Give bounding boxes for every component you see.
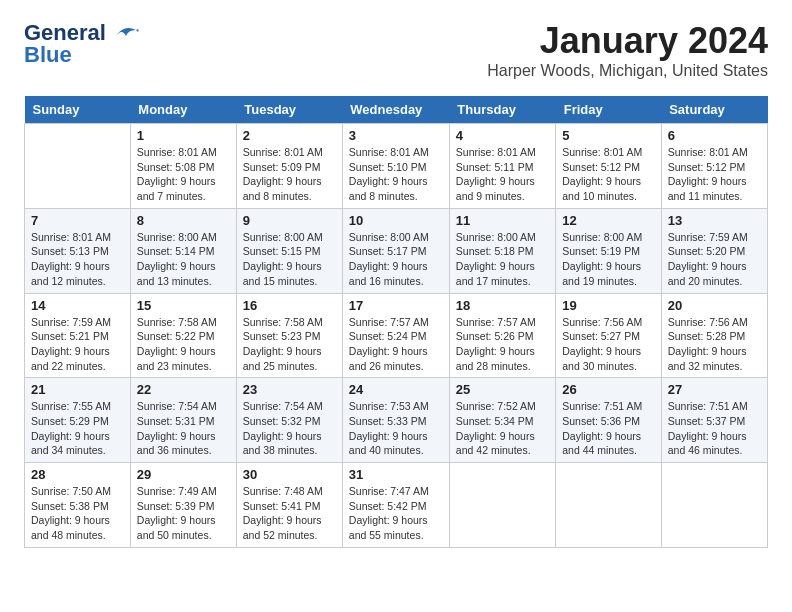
day-number: 9	[243, 213, 336, 228]
day-number: 21	[31, 382, 124, 397]
day-number: 26	[562, 382, 654, 397]
calendar-header-row: SundayMondayTuesdayWednesdayThursdayFrid…	[25, 96, 768, 124]
day-info: Sunrise: 7:51 AM Sunset: 5:36 PM Dayligh…	[562, 399, 654, 458]
calendar-cell: 13Sunrise: 7:59 AM Sunset: 5:20 PM Dayli…	[661, 208, 767, 293]
day-info: Sunrise: 8:01 AM Sunset: 5:12 PM Dayligh…	[562, 145, 654, 204]
calendar-week-3: 14Sunrise: 7:59 AM Sunset: 5:21 PM Dayli…	[25, 293, 768, 378]
day-info: Sunrise: 8:00 AM Sunset: 5:14 PM Dayligh…	[137, 230, 230, 289]
day-info: Sunrise: 7:54 AM Sunset: 5:31 PM Dayligh…	[137, 399, 230, 458]
day-number: 31	[349, 467, 443, 482]
calendar-cell	[25, 124, 131, 209]
day-number: 29	[137, 467, 230, 482]
day-number: 5	[562, 128, 654, 143]
calendar-cell: 16Sunrise: 7:58 AM Sunset: 5:23 PM Dayli…	[236, 293, 342, 378]
day-info: Sunrise: 7:59 AM Sunset: 5:21 PM Dayligh…	[31, 315, 124, 374]
day-number: 2	[243, 128, 336, 143]
weekday-header-monday: Monday	[130, 96, 236, 124]
month-title: January 2024	[487, 20, 768, 62]
day-number: 14	[31, 298, 124, 313]
day-number: 24	[349, 382, 443, 397]
calendar-cell: 11Sunrise: 8:00 AM Sunset: 5:18 PM Dayli…	[449, 208, 555, 293]
day-info: Sunrise: 8:01 AM Sunset: 5:08 PM Dayligh…	[137, 145, 230, 204]
day-number: 13	[668, 213, 761, 228]
calendar-cell: 31Sunrise: 7:47 AM Sunset: 5:42 PM Dayli…	[342, 463, 449, 548]
day-number: 28	[31, 467, 124, 482]
title-area: January 2024 Harper Woods, Michigan, Uni…	[487, 20, 768, 80]
calendar-week-4: 21Sunrise: 7:55 AM Sunset: 5:29 PM Dayli…	[25, 378, 768, 463]
logo: General Blue	[24, 20, 140, 68]
day-info: Sunrise: 7:58 AM Sunset: 5:23 PM Dayligh…	[243, 315, 336, 374]
day-info: Sunrise: 8:00 AM Sunset: 5:15 PM Dayligh…	[243, 230, 336, 289]
day-info: Sunrise: 7:59 AM Sunset: 5:20 PM Dayligh…	[668, 230, 761, 289]
day-number: 11	[456, 213, 549, 228]
calendar-cell: 23Sunrise: 7:54 AM Sunset: 5:32 PM Dayli…	[236, 378, 342, 463]
day-number: 12	[562, 213, 654, 228]
day-info: Sunrise: 7:56 AM Sunset: 5:28 PM Dayligh…	[668, 315, 761, 374]
logo-bird-icon	[108, 22, 140, 44]
calendar-week-2: 7Sunrise: 8:01 AM Sunset: 5:13 PM Daylig…	[25, 208, 768, 293]
day-number: 4	[456, 128, 549, 143]
day-info: Sunrise: 7:47 AM Sunset: 5:42 PM Dayligh…	[349, 484, 443, 543]
day-info: Sunrise: 7:49 AM Sunset: 5:39 PM Dayligh…	[137, 484, 230, 543]
calendar-cell: 1Sunrise: 8:01 AM Sunset: 5:08 PM Daylig…	[130, 124, 236, 209]
day-info: Sunrise: 8:01 AM Sunset: 5:13 PM Dayligh…	[31, 230, 124, 289]
day-number: 17	[349, 298, 443, 313]
weekday-header-friday: Friday	[556, 96, 661, 124]
calendar-cell	[556, 463, 661, 548]
calendar-cell: 25Sunrise: 7:52 AM Sunset: 5:34 PM Dayli…	[449, 378, 555, 463]
calendar-cell: 28Sunrise: 7:50 AM Sunset: 5:38 PM Dayli…	[25, 463, 131, 548]
calendar-cell: 20Sunrise: 7:56 AM Sunset: 5:28 PM Dayli…	[661, 293, 767, 378]
day-info: Sunrise: 7:58 AM Sunset: 5:22 PM Dayligh…	[137, 315, 230, 374]
day-number: 18	[456, 298, 549, 313]
calendar-cell: 17Sunrise: 7:57 AM Sunset: 5:24 PM Dayli…	[342, 293, 449, 378]
weekday-header-sunday: Sunday	[25, 96, 131, 124]
day-number: 25	[456, 382, 549, 397]
day-info: Sunrise: 7:51 AM Sunset: 5:37 PM Dayligh…	[668, 399, 761, 458]
calendar-cell: 6Sunrise: 8:01 AM Sunset: 5:12 PM Daylig…	[661, 124, 767, 209]
day-info: Sunrise: 7:53 AM Sunset: 5:33 PM Dayligh…	[349, 399, 443, 458]
day-info: Sunrise: 7:48 AM Sunset: 5:41 PM Dayligh…	[243, 484, 336, 543]
calendar-cell: 30Sunrise: 7:48 AM Sunset: 5:41 PM Dayli…	[236, 463, 342, 548]
day-info: Sunrise: 7:57 AM Sunset: 5:26 PM Dayligh…	[456, 315, 549, 374]
day-info: Sunrise: 7:50 AM Sunset: 5:38 PM Dayligh…	[31, 484, 124, 543]
day-number: 10	[349, 213, 443, 228]
calendar-cell: 29Sunrise: 7:49 AM Sunset: 5:39 PM Dayli…	[130, 463, 236, 548]
day-number: 20	[668, 298, 761, 313]
calendar-cell	[449, 463, 555, 548]
day-number: 15	[137, 298, 230, 313]
day-info: Sunrise: 8:00 AM Sunset: 5:18 PM Dayligh…	[456, 230, 549, 289]
day-info: Sunrise: 7:52 AM Sunset: 5:34 PM Dayligh…	[456, 399, 549, 458]
calendar-cell: 19Sunrise: 7:56 AM Sunset: 5:27 PM Dayli…	[556, 293, 661, 378]
calendar-cell: 5Sunrise: 8:01 AM Sunset: 5:12 PM Daylig…	[556, 124, 661, 209]
weekday-header-tuesday: Tuesday	[236, 96, 342, 124]
calendar-cell: 2Sunrise: 8:01 AM Sunset: 5:09 PM Daylig…	[236, 124, 342, 209]
day-info: Sunrise: 8:01 AM Sunset: 5:10 PM Dayligh…	[349, 145, 443, 204]
calendar-cell: 24Sunrise: 7:53 AM Sunset: 5:33 PM Dayli…	[342, 378, 449, 463]
day-info: Sunrise: 7:54 AM Sunset: 5:32 PM Dayligh…	[243, 399, 336, 458]
calendar-table: SundayMondayTuesdayWednesdayThursdayFrid…	[24, 96, 768, 548]
day-number: 7	[31, 213, 124, 228]
day-info: Sunrise: 8:01 AM Sunset: 5:11 PM Dayligh…	[456, 145, 549, 204]
day-info: Sunrise: 7:55 AM Sunset: 5:29 PM Dayligh…	[31, 399, 124, 458]
weekday-header-wednesday: Wednesday	[342, 96, 449, 124]
calendar-cell: 12Sunrise: 8:00 AM Sunset: 5:19 PM Dayli…	[556, 208, 661, 293]
day-number: 30	[243, 467, 336, 482]
location-title: Harper Woods, Michigan, United States	[487, 62, 768, 80]
day-number: 8	[137, 213, 230, 228]
calendar-cell: 18Sunrise: 7:57 AM Sunset: 5:26 PM Dayli…	[449, 293, 555, 378]
page-header: General Blue January 2024 Harper Woods, …	[24, 20, 768, 80]
calendar-cell: 7Sunrise: 8:01 AM Sunset: 5:13 PM Daylig…	[25, 208, 131, 293]
day-info: Sunrise: 8:01 AM Sunset: 5:12 PM Dayligh…	[668, 145, 761, 204]
calendar-cell: 9Sunrise: 8:00 AM Sunset: 5:15 PM Daylig…	[236, 208, 342, 293]
calendar-cell: 4Sunrise: 8:01 AM Sunset: 5:11 PM Daylig…	[449, 124, 555, 209]
logo-blue: Blue	[24, 42, 72, 68]
calendar-cell: 15Sunrise: 7:58 AM Sunset: 5:22 PM Dayli…	[130, 293, 236, 378]
calendar-cell: 21Sunrise: 7:55 AM Sunset: 5:29 PM Dayli…	[25, 378, 131, 463]
calendar-cell: 10Sunrise: 8:00 AM Sunset: 5:17 PM Dayli…	[342, 208, 449, 293]
calendar-cell: 3Sunrise: 8:01 AM Sunset: 5:10 PM Daylig…	[342, 124, 449, 209]
day-number: 22	[137, 382, 230, 397]
day-info: Sunrise: 8:00 AM Sunset: 5:17 PM Dayligh…	[349, 230, 443, 289]
calendar-body: 1Sunrise: 8:01 AM Sunset: 5:08 PM Daylig…	[25, 124, 768, 548]
day-info: Sunrise: 7:57 AM Sunset: 5:24 PM Dayligh…	[349, 315, 443, 374]
calendar-cell	[661, 463, 767, 548]
